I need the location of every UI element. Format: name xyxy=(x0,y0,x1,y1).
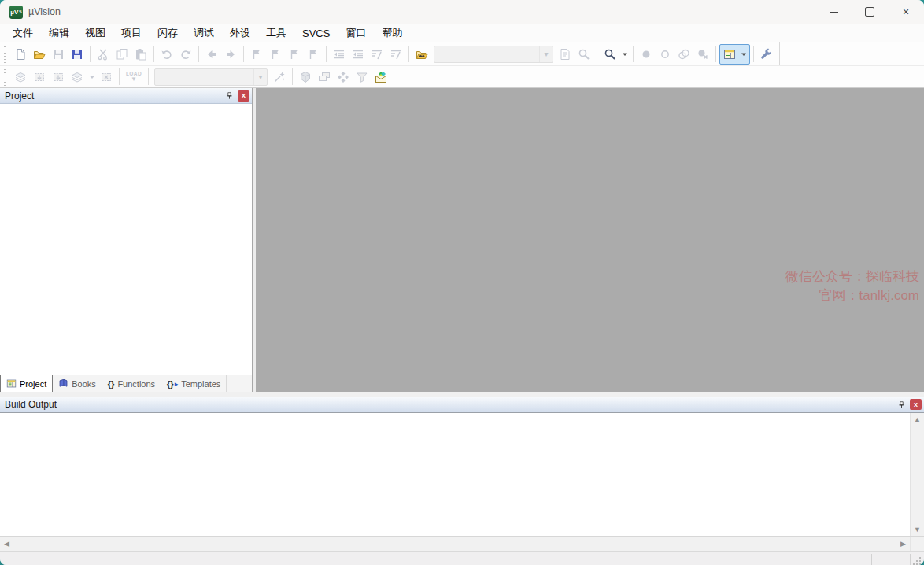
save-all-button[interactable] xyxy=(68,45,87,64)
menu-item-help[interactable]: 帮助 xyxy=(374,24,410,42)
flash-configure-button[interactable] xyxy=(270,68,289,87)
project-pin-button[interactable] xyxy=(223,90,235,102)
open-file-button[interactable] xyxy=(30,45,49,64)
batch-build-button[interactable] xyxy=(68,68,87,87)
menu-item-window[interactable]: 窗口 xyxy=(338,24,374,42)
comment-button[interactable] xyxy=(368,45,386,64)
batch-build-dropdown[interactable] xyxy=(87,68,97,87)
toolbar-drag-handle[interactable] xyxy=(2,46,9,63)
find-dialog-dropdown[interactable] xyxy=(619,45,630,64)
paste-button[interactable] xyxy=(131,45,150,64)
search-combobox[interactable]: ▾ xyxy=(434,46,553,63)
download-to-flash-button[interactable]: LOAD ▼ xyxy=(123,67,145,87)
save-button[interactable] xyxy=(49,45,68,64)
tab-project[interactable]: Project xyxy=(0,375,53,392)
find-in-document-button[interactable] xyxy=(556,45,575,64)
tab-templates[interactable]: {} ▸ Templates xyxy=(161,375,227,392)
file-extensions-button[interactable] xyxy=(353,68,371,87)
project-tree-area[interactable] xyxy=(0,104,252,375)
target-options-button[interactable] xyxy=(296,68,315,87)
incremental-find-button[interactable] xyxy=(575,45,593,64)
project-window-dropdown[interactable] xyxy=(738,45,748,64)
manage-rte-button[interactable] xyxy=(334,68,353,87)
target-select-input[interactable] xyxy=(155,69,253,85)
build-output-text[interactable] xyxy=(0,413,910,536)
resize-grip[interactable] xyxy=(913,557,921,565)
build-output-hscrollbar[interactable]: ◀ ▶ xyxy=(0,536,924,551)
search-input[interactable] xyxy=(434,46,539,62)
indent-left-button[interactable] xyxy=(349,45,368,64)
disable-all-breakpoints-button[interactable] xyxy=(675,45,693,64)
breakpoint-kill-icon xyxy=(697,48,709,61)
menu-item-flash[interactable]: 闪存 xyxy=(150,24,186,42)
menu-item-project[interactable]: 项目 xyxy=(113,24,150,42)
scroll-left-button[interactable]: ◀ xyxy=(0,537,13,551)
pack-installer-button[interactable] xyxy=(371,68,390,87)
enable-breakpoint-button[interactable] xyxy=(656,45,675,64)
tab-functions[interactable]: {} Functions xyxy=(102,375,161,392)
stop-build-button[interactable] xyxy=(97,68,116,87)
template-arrow-icon: ▸ xyxy=(175,380,179,388)
copy-button[interactable] xyxy=(113,45,131,64)
translate-icon xyxy=(14,71,27,83)
build-output-pin-button[interactable] xyxy=(895,399,907,411)
build-output-vscrollbar[interactable]: ▲ ▼ xyxy=(910,413,924,536)
scroll-right-button[interactable]: ▶ xyxy=(896,537,910,551)
build-output-close-button[interactable]: x xyxy=(910,399,922,410)
project-window-button[interactable] xyxy=(721,45,738,64)
toolbar-separator xyxy=(243,46,244,62)
tab-books[interactable]: Books xyxy=(53,375,102,392)
navigate-forward-button[interactable] xyxy=(221,45,240,64)
maximize-button[interactable] xyxy=(852,0,888,24)
manage-project-items-button[interactable] xyxy=(315,68,334,87)
cut-button[interactable] xyxy=(94,45,113,64)
toolbar-separator xyxy=(753,46,754,62)
kill-all-breakpoints-button[interactable] xyxy=(693,45,712,64)
scroll-up-button[interactable]: ▲ xyxy=(911,413,924,426)
watermark-line2: 官网：tanlkj.com xyxy=(785,286,919,305)
target-select-combobox[interactable]: ▾ xyxy=(154,68,268,86)
rebuild-button[interactable] xyxy=(49,68,68,87)
toolbar-drag-handle[interactable] xyxy=(2,68,9,86)
build-button[interactable] xyxy=(30,68,49,87)
project-tab-icon xyxy=(6,379,17,389)
build-output-header: Build Output x xyxy=(0,397,924,412)
menu-item-debug[interactable]: 调试 xyxy=(186,24,222,42)
menu-item-view[interactable]: 视图 xyxy=(77,24,113,42)
menu-item-svcs[interactable]: SVCS xyxy=(294,26,338,41)
bookmark-next-button[interactable] xyxy=(266,45,285,64)
uncomment-button[interactable] xyxy=(386,45,405,64)
arrow-left-icon xyxy=(205,48,218,61)
bookmark-toggle-button[interactable] xyxy=(247,45,266,64)
menu-item-tools[interactable]: 工具 xyxy=(258,24,294,42)
menu-item-edit[interactable]: 编辑 xyxy=(41,24,77,42)
translate-button[interactable] xyxy=(11,68,30,87)
pack-installer-icon xyxy=(375,71,387,83)
find-dialog-button[interactable] xyxy=(601,45,619,64)
menu-item-peripherals[interactable]: 外设 xyxy=(222,24,258,42)
bookmark-prev-button[interactable] xyxy=(285,45,304,64)
new-file-button[interactable] xyxy=(11,45,30,64)
scroll-down-button[interactable]: ▼ xyxy=(911,523,924,536)
undo-button[interactable] xyxy=(157,45,176,64)
chevron-down-icon[interactable]: ▾ xyxy=(539,46,553,62)
configure-uvision-button[interactable] xyxy=(757,45,776,64)
hscroll-track[interactable] xyxy=(13,537,896,551)
build-output-title: Build Output xyxy=(5,399,895,410)
close-button[interactable]: × xyxy=(888,0,924,24)
indent-right-button[interactable] xyxy=(330,45,349,64)
find-in-files-button[interactable] xyxy=(412,45,431,64)
scroll-up-icon: ▲ xyxy=(914,415,921,423)
navigate-back-button[interactable] xyxy=(202,45,221,64)
chevron-down-icon[interactable]: ▾ xyxy=(253,69,267,85)
tab-label: Books xyxy=(72,379,96,389)
indent-left-icon xyxy=(352,48,364,61)
bookmark-clear-button[interactable] xyxy=(304,45,323,64)
project-close-button[interactable]: x xyxy=(238,90,249,102)
insert-breakpoint-button[interactable] xyxy=(637,45,656,64)
scroll-right-icon: ▶ xyxy=(900,540,906,548)
redo-button[interactable] xyxy=(176,45,195,64)
minimize-button[interactable] xyxy=(815,0,852,24)
project-window-toggle[interactable] xyxy=(719,44,750,65)
menu-item-file[interactable]: 文件 xyxy=(5,24,41,42)
